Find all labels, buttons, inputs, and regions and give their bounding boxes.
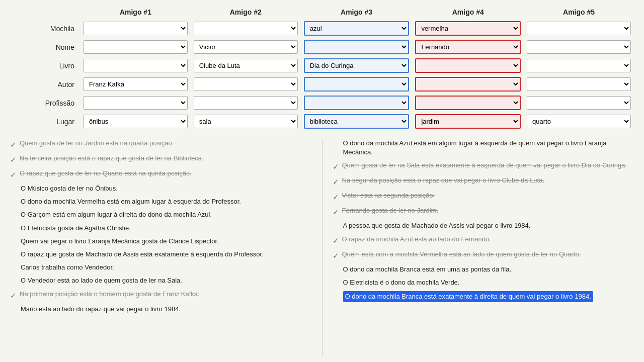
- clue-right-0: ✓Quem gosta de ler na Sala está exatamen…: [333, 161, 634, 172]
- select-mochila-amigo3[interactable]: azulvermelhabrancaverdelaranja: [304, 21, 410, 36]
- cell-mochila-amigo1[interactable]: azulvermelhabrancaverdelaranja: [80, 19, 191, 38]
- clue-left-10: O Vendedor está ao lado de quem gosta de…: [10, 276, 312, 285]
- select-autor-amigo3[interactable]: Franz KafkaAgatha ChristieClarice Lispec…: [304, 77, 410, 92]
- clue-text: Quem vai pegar o livro Laranja Mecânica …: [21, 237, 219, 246]
- cell-autor-amigo3[interactable]: Franz KafkaAgatha ChristieClarice Lispec…: [301, 75, 413, 94]
- cell-profissão-amigo2[interactable]: MúsicoGarçomEletricistaProfessorVendedor: [191, 94, 301, 112]
- select-lugar-amigo5[interactable]: ônibussalabibliotecajardimquarto: [527, 115, 631, 128]
- select-profissão-amigo4[interactable]: MúsicoGarçomEletricistaProfessorVendedor: [415, 96, 521, 110]
- clue-left-1: ✓Na terceira posição está o rapaz que go…: [10, 154, 312, 165]
- select-mochila-amigo4[interactable]: azulvermelhabrancaverdelaranja: [415, 21, 521, 36]
- clue-text-highlighted: O dono da mochila Branca está exatamente…: [343, 291, 593, 302]
- select-mochila-amigo5[interactable]: azulvermelhabrancaverdelaranja: [527, 22, 631, 35]
- select-profissão-amigo1[interactable]: MúsicoGarçomEletricistaProfessorVendedor: [84, 96, 188, 110]
- check-icon: ✓: [10, 139, 17, 150]
- cell-lugar-amigo3[interactable]: ônibussalabibliotecajardimquarto: [301, 112, 413, 131]
- clue-right-intro: O dono da mochila Azul está em algum lug…: [333, 139, 634, 157]
- cell-livro-amigo4[interactable]: Clube da LutaDia do Curinga1984Laranja M…: [412, 56, 524, 75]
- row-label-mochila: Mochila: [10, 19, 80, 38]
- cell-nome-amigo3[interactable]: VictorFernandoCarlosMario: [301, 38, 413, 56]
- clue-left-5: O Garçom está em algum lugar à direita d…: [10, 210, 312, 219]
- select-mochila-amigo2[interactable]: azulvermelhabrancaverdelaranja: [194, 22, 298, 35]
- clue-text: Na terceira posição está o rapaz que gos…: [20, 154, 204, 163]
- cell-profissão-amigo3[interactable]: MúsicoGarçomEletricistaProfessorVendedor: [301, 94, 413, 112]
- cell-livro-amigo5[interactable]: Clube da LutaDia do Curinga1984Laranja M…: [524, 56, 634, 75]
- clue-text: Na segunda posição está o rapaz que vai …: [342, 176, 545, 185]
- cell-lugar-amigo1[interactable]: ônibussalabibliotecajardimquarto: [80, 112, 191, 131]
- clue-text: Mario está ao lado do rapaz que vai pega…: [21, 305, 181, 314]
- select-livro-amigo3[interactable]: Clube da LutaDia do Curinga1984Laranja M…: [304, 58, 410, 73]
- select-nome-amigo2[interactable]: VictorFernandoCarlosMario: [194, 40, 298, 54]
- cell-livro-amigo1[interactable]: Clube da LutaDia do Curinga1984Laranja M…: [80, 56, 191, 75]
- select-autor-amigo4[interactable]: Franz KafkaAgatha ChristieClarice Lispec…: [415, 77, 521, 92]
- clue-right-5: ✓O rapaz da mochila Azul está ao lado do…: [333, 235, 634, 246]
- select-livro-amigo2[interactable]: Clube da LutaDia do Curinga1984Laranja M…: [194, 59, 298, 72]
- select-profissão-amigo5[interactable]: MúsicoGarçomEletricistaProfessorVendedor: [527, 96, 631, 110]
- cell-autor-amigo1[interactable]: Franz KafkaAgatha ChristieClarice Lispec…: [80, 75, 191, 94]
- clue-left-12: Mario está ao lado do rapaz que vai pega…: [10, 305, 312, 314]
- clue-text: Quem gosta de ler no Jardim está na quar…: [20, 139, 174, 148]
- select-livro-amigo5[interactable]: Clube da LutaDia do Curinga1984Laranja M…: [527, 59, 631, 72]
- select-lugar-amigo3[interactable]: ônibussalabibliotecajardimquarto: [304, 114, 410, 129]
- clue-text: O rapaz que gosta de ler no Quarto está …: [20, 169, 192, 178]
- row-label-nome: Nome: [10, 38, 80, 56]
- clue-left-2: ✓O rapaz que gosta de ler no Quarto está…: [10, 169, 312, 180]
- col-header-amigo1: Amigo #1: [80, 5, 191, 19]
- cell-mochila-amigo4[interactable]: azulvermelhabrancaverdelaranja: [412, 19, 524, 38]
- cell-lugar-amigo2[interactable]: ônibussalabibliotecajardimquarto: [191, 112, 301, 131]
- cell-livro-amigo2[interactable]: Clube da LutaDia do Curinga1984Laranja M…: [191, 56, 301, 75]
- select-nome-amigo1[interactable]: VictorFernandoCarlosMario: [84, 40, 188, 54]
- clue-text: O Garçom está em algum lugar à direita d…: [21, 210, 212, 219]
- cell-lugar-amigo4[interactable]: ônibussalabibliotecajardimquarto: [412, 112, 524, 131]
- cell-autor-amigo2[interactable]: Franz KafkaAgatha ChristieClarice Lispec…: [191, 75, 301, 94]
- check-icon: ✓: [10, 169, 17, 180]
- clue-left-7: Quem vai pegar o livro Laranja Mecânica …: [10, 237, 312, 246]
- cell-profissão-amigo1[interactable]: MúsicoGarçomEletricistaProfessorVendedor: [80, 94, 191, 112]
- select-nome-amigo3[interactable]: VictorFernandoCarlosMario: [304, 40, 410, 54]
- select-autor-amigo1[interactable]: Franz KafkaAgatha ChristieClarice Lispec…: [84, 77, 188, 91]
- grid-table: Amigo #1 Amigo #2 Amigo #3 Amigo #4 Amig…: [10, 5, 634, 131]
- check-icon: ✓: [333, 235, 339, 246]
- select-profissão-amigo2[interactable]: MúsicoGarçomEletricistaProfessorVendedor: [194, 96, 298, 110]
- clue-text: O Eletricista gosta de Agatha Christie.: [21, 224, 131, 233]
- cell-lugar-amigo5[interactable]: ônibussalabibliotecajardimquarto: [524, 112, 634, 131]
- select-lugar-amigo1[interactable]: ônibussalabibliotecajardimquarto: [84, 115, 188, 128]
- select-profissão-amigo3[interactable]: MúsicoGarçomEletricistaProfessorVendedor: [304, 96, 410, 110]
- clue-text: O Músico gosta de ler no Ônibus.: [21, 184, 118, 193]
- select-lugar-amigo2[interactable]: ônibussalabibliotecajardimquarto: [194, 115, 298, 128]
- select-mochila-amigo1[interactable]: azulvermelhabrancaverdelaranja: [84, 22, 188, 35]
- clues-left: ✓Quem gosta de ler no Jardim está na qua…: [10, 139, 322, 357]
- clue-right-6: ✓Quem está com a mochila Vermelha está a…: [333, 250, 634, 261]
- clue-right-3: ✓Fernando gosta de ler no Jardim.: [333, 206, 634, 217]
- select-livro-amigo4[interactable]: Clube da LutaDia do Curinga1984Laranja M…: [415, 58, 521, 73]
- clue-text-intro: O dono da mochila Azul está em algum lug…: [343, 139, 634, 157]
- cell-profissão-amigo4[interactable]: MúsicoGarçomEletricistaProfessorVendedor: [412, 94, 524, 112]
- check-icon: ✓: [333, 207, 339, 217]
- clue-text: O rapaz da mochila Azul está ao lado do …: [342, 235, 491, 244]
- select-nome-amigo5[interactable]: VictorFernandoCarlosMario: [527, 40, 631, 54]
- select-autor-amigo2[interactable]: Franz KafkaAgatha ChristieClarice Lispec…: [194, 77, 298, 91]
- cell-nome-amigo5[interactable]: VictorFernandoCarlosMario: [524, 38, 634, 56]
- grid-section: Amigo #1 Amigo #2 Amigo #3 Amigo #4 Amig…: [0, 0, 644, 136]
- clue-text: O Vendedor está ao lado de quem gosta de…: [21, 276, 182, 285]
- cell-mochila-amigo2[interactable]: azulvermelhabrancaverdelaranja: [191, 19, 301, 38]
- cell-mochila-amigo5[interactable]: azulvermelhabrancaverdelaranja: [524, 19, 634, 38]
- cell-autor-amigo5[interactable]: Franz KafkaAgatha ChristieClarice Lispec…: [524, 75, 634, 94]
- cell-autor-amigo4[interactable]: Franz KafkaAgatha ChristieClarice Lispec…: [412, 75, 524, 94]
- select-livro-amigo1[interactable]: Clube da LutaDia do Curinga1984Laranja M…: [84, 59, 188, 72]
- clue-text: Quem está com a mochila Vermelha está ao…: [342, 250, 581, 259]
- cell-profissão-amigo5[interactable]: MúsicoGarçomEletricistaProfessorVendedor: [524, 94, 634, 112]
- clue-left-11: ✓Na primeira posição está o homem que go…: [10, 290, 312, 301]
- clue-text: Na primeira posição está o homem que gos…: [20, 290, 200, 299]
- cell-livro-amigo3[interactable]: Clube da LutaDia do Curinga1984Laranja M…: [301, 56, 413, 75]
- select-nome-amigo4[interactable]: VictorFernandoCarlosMario: [415, 40, 521, 54]
- select-autor-amigo5[interactable]: Franz KafkaAgatha ChristieClarice Lispec…: [527, 77, 631, 91]
- select-lugar-amigo4[interactable]: ônibussalabibliotecajardimquarto: [415, 114, 521, 129]
- clue-text: Quem gosta de ler na Sala está exatament…: [342, 161, 627, 170]
- cell-nome-amigo2[interactable]: VictorFernandoCarlosMario: [191, 38, 301, 56]
- check-icon: ✓: [10, 290, 17, 301]
- cell-nome-amigo1[interactable]: VictorFernandoCarlosMario: [80, 38, 191, 56]
- cell-mochila-amigo3[interactable]: azulvermelhabrancaverdelaranja: [301, 19, 413, 38]
- cell-nome-amigo4[interactable]: VictorFernandoCarlosMario: [412, 38, 524, 56]
- col-header-amigo2: Amigo #2: [191, 5, 301, 19]
